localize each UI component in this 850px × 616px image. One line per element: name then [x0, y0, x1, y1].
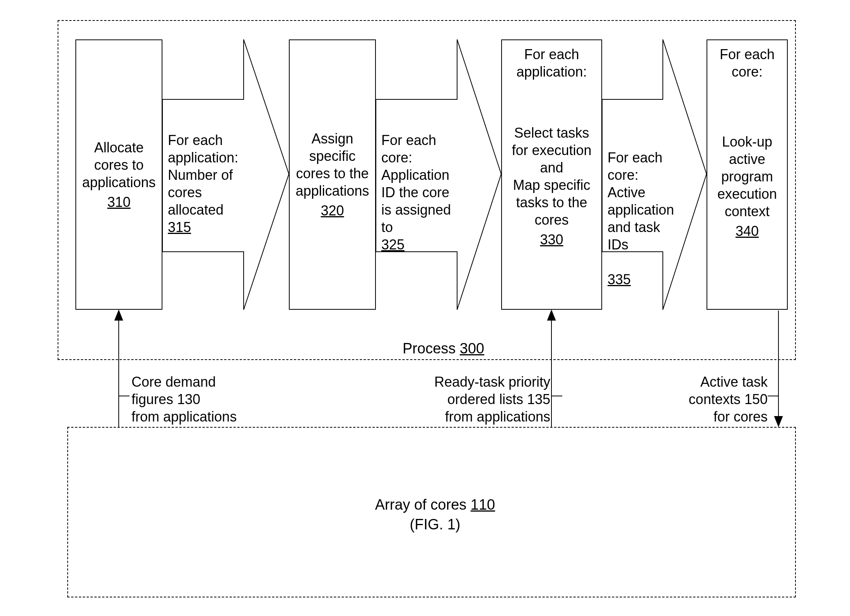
array-label-text: Array of cores	[375, 497, 467, 513]
input-130-label: Core demand figures 130 from application…	[131, 373, 237, 425]
input-135-l3: from applications	[430, 408, 550, 425]
process-label-text: Process	[403, 340, 456, 357]
arrow-325-ref: 325	[381, 236, 461, 253]
output-arrow-150	[775, 311, 782, 426]
array-label-row: Array of cores 110	[369, 495, 501, 515]
input-135-l2: ordered lists 135	[430, 391, 550, 408]
arrow-335-ref: 335	[608, 271, 681, 288]
svg-marker-1	[115, 311, 123, 320]
output-150-l2: contexts 150	[684, 391, 768, 408]
array-sub: (FIG. 1)	[369, 515, 501, 534]
diagram-canvas: Allocate cores to applications 310 Assig…	[0, 0, 850, 616]
input-135-label: Ready-task priority ordered lists 135 fr…	[430, 373, 550, 425]
arrow-335-body: For each core: Active application and ta…	[608, 149, 681, 253]
svg-marker-3	[548, 311, 555, 320]
array-of-cores-label: Array of cores 110 (FIG. 1)	[369, 495, 501, 535]
input-130-l2: figures 130	[131, 391, 237, 408]
input-130-l1: Core demand	[131, 373, 237, 391]
arrow-335-text: For each core: Active application and ta…	[608, 131, 681, 305]
output-150-l1: Active task	[684, 373, 768, 391]
arrow-315-body: For each application: Number of cores al…	[168, 131, 247, 218]
input-130-l3: from applications	[131, 408, 237, 425]
input-135-l1: Ready-task priority	[430, 373, 550, 391]
output-150-label: Active task contexts 150 for cores	[684, 373, 768, 425]
svg-marker-5	[775, 416, 782, 426]
input-arrow-130	[115, 311, 123, 427]
arrow-325-body: For each core: Application ID the core i…	[381, 131, 461, 236]
arrow-315-ref: 315	[168, 218, 247, 236]
process-label-ref: 300	[460, 340, 484, 357]
output-150-l3: for cores	[684, 408, 768, 425]
array-label-ref: 110	[471, 497, 495, 513]
process-label: Process 300	[403, 340, 484, 357]
arrow-325-text: For each core: Application ID the core i…	[381, 131, 461, 253]
arrow-315-text: For each application: Number of cores al…	[168, 131, 247, 236]
